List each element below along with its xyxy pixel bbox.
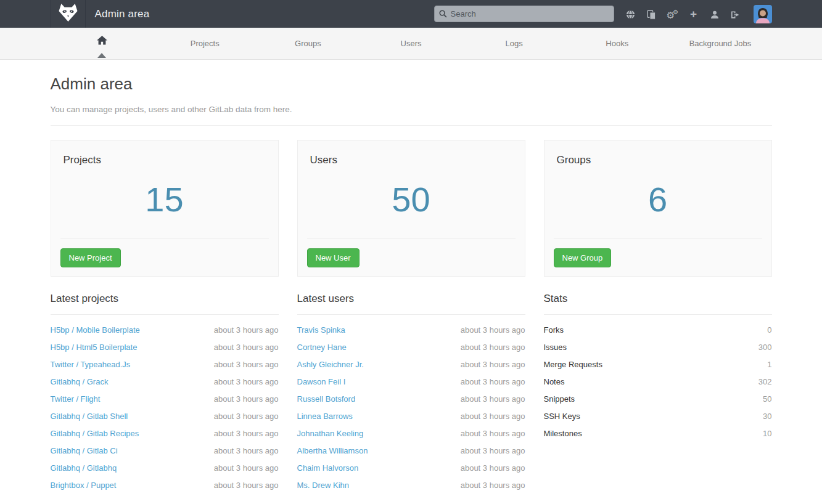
user-link[interactable]: Dawson Feil I: [297, 377, 346, 386]
stat-label: Snippets: [544, 394, 575, 404]
new-user-button[interactable]: New User: [307, 248, 360, 267]
project-row: Twitter / Typeahead.Jsabout 3 hours ago: [51, 356, 279, 373]
tab-background-jobs[interactable]: Background Jobs: [668, 28, 771, 59]
project-link[interactable]: H5bp / Mobile Boilerplate: [51, 325, 140, 335]
project-time: about 3 hours ago: [214, 463, 279, 473]
section-divider: [51, 314, 279, 315]
user-time: about 3 hours ago: [461, 377, 525, 386]
stat-row: Snippets50: [544, 391, 772, 408]
stat-row: SSH Keys30: [544, 408, 772, 425]
project-link[interactable]: Gitlabhq / Gitlab Shell: [51, 412, 128, 421]
project-link[interactable]: Gitlabhq / Gitlabhq: [51, 463, 117, 473]
groups-card-title: Groups: [557, 154, 762, 166]
main-content: Admin area You can manage projects, user…: [51, 75, 772, 504]
latest-users-title: Latest users: [297, 293, 525, 305]
project-time: about 3 hours ago: [214, 360, 279, 369]
project-row: H5bp / Mobile Boilerplateabout 3 hours a…: [51, 322, 279, 339]
stat-label: Milestones: [544, 429, 582, 438]
tab-projects[interactable]: Projects: [154, 28, 257, 59]
stat-row: Notes302: [544, 373, 772, 391]
user-row: Chaim Halvorsonabout 3 hours ago: [297, 460, 525, 477]
user-link[interactable]: Travis Spinka: [297, 325, 345, 335]
stat-label: SSH Keys: [544, 412, 580, 421]
page-subtitle: You can manage projects, users and other…: [51, 105, 772, 114]
stats-section: Stats Forks0 Issues300 Merge Requests1 N…: [544, 293, 772, 494]
tab-hooks[interactable]: Hooks: [565, 28, 668, 59]
stat-label: Forks: [544, 325, 564, 335]
tab-overview-home[interactable]: [51, 28, 154, 59]
project-row: Gitlabhq / Gitlab Ciabout 3 hours ago: [51, 442, 279, 460]
project-time: about 3 hours ago: [214, 429, 279, 438]
latest-projects-title: Latest projects: [51, 293, 279, 305]
project-row: Gitlabhq / Gitlab Shellabout 3 hours ago: [51, 408, 279, 425]
users-count: 50: [307, 166, 516, 238]
tab-users[interactable]: Users: [360, 28, 462, 59]
tab-label: Groups: [295, 39, 321, 48]
new-project-button[interactable]: New Project: [60, 248, 121, 267]
tab-label: Background Jobs: [689, 39, 751, 48]
stat-value: 302: [758, 377, 772, 386]
user-link[interactable]: Linnea Barrows: [297, 412, 353, 421]
page-title: Admin area: [51, 75, 772, 94]
card-divider: [554, 238, 762, 238]
gitlab-logo[interactable]: [51, 0, 86, 28]
user-link[interactable]: Johnathan Keeling: [297, 429, 364, 438]
bottom-sections: Latest projects H5bp / Mobile Boilerplat…: [51, 293, 772, 504]
project-row: Gitlabhq / Grackabout 3 hours ago: [51, 373, 279, 391]
project-row: Brightbox / Puppetabout 3 hours ago: [51, 477, 279, 494]
header-divider: [51, 125, 772, 126]
user-link[interactable]: Ms. Drew Kihn: [297, 481, 350, 490]
tab-label: Hooks: [606, 39, 628, 48]
tab-groups[interactable]: Groups: [257, 28, 360, 59]
admin-gears-icon[interactable]: ⚙⚙: [662, 0, 683, 30]
user-link[interactable]: Cortney Hane: [297, 343, 347, 352]
users-card-title: Users: [310, 154, 516, 166]
tab-label: Logs: [506, 39, 523, 48]
project-link[interactable]: Twitter / Flight: [51, 394, 101, 404]
search-box: [434, 6, 614, 22]
stat-value: 30: [763, 412, 771, 421]
user-avatar[interactable]: [754, 5, 772, 23]
tab-logs[interactable]: Logs: [462, 28, 565, 59]
user-time: about 3 hours ago: [461, 481, 525, 490]
user-link[interactable]: Russell Botsford: [297, 394, 356, 404]
tab-label: Users: [401, 39, 422, 48]
user-time: about 3 hours ago: [461, 429, 525, 438]
user-time: about 3 hours ago: [461, 412, 525, 421]
user-link[interactable]: Albertha Williamson: [297, 446, 368, 455]
search-icon: [439, 10, 447, 18]
globe-icon[interactable]: [620, 0, 641, 28]
search-input[interactable]: [434, 6, 614, 22]
users-card: Users 50 New User: [297, 140, 525, 277]
admin-subnav: Projects Groups Users Logs Hooks Backgro…: [0, 28, 822, 60]
project-row: Twitter / Flightabout 3 hours ago: [51, 391, 279, 408]
sign-out-icon[interactable]: [725, 0, 746, 28]
plus-icon[interactable]: +: [683, 0, 704, 28]
project-link[interactable]: H5bp / Html5 Boilerplate: [51, 343, 138, 352]
user-row: Johnathan Keelingabout 3 hours ago: [297, 425, 525, 442]
project-link[interactable]: Brightbox / Puppet: [51, 481, 117, 490]
home-icon: [97, 36, 107, 45]
user-link[interactable]: Chaim Halvorson: [297, 463, 359, 473]
project-link[interactable]: Gitlabhq / Grack: [51, 377, 109, 386]
user-time: about 3 hours ago: [461, 446, 525, 455]
card-divider: [307, 238, 516, 238]
project-link[interactable]: Gitlabhq / Gitlab Ci: [51, 446, 118, 455]
user-profile-icon[interactable]: [704, 0, 725, 28]
groups-card: Groups 6 New Group: [544, 140, 772, 277]
stat-value: 1: [767, 360, 771, 369]
user-row: Cortney Haneabout 3 hours ago: [297, 339, 525, 356]
project-link[interactable]: Gitlabhq / Gitlab Recipes: [51, 429, 139, 438]
new-group-button[interactable]: New Group: [554, 248, 612, 267]
user-row: Dawson Feil Iabout 3 hours ago: [297, 373, 525, 391]
user-time: about 3 hours ago: [461, 463, 525, 473]
stat-value: 10: [763, 429, 771, 438]
copy-files-icon[interactable]: [641, 0, 662, 28]
projects-count: 15: [60, 166, 269, 238]
project-row: H5bp / Html5 Boilerplateabout 3 hours ag…: [51, 339, 279, 356]
user-row: Russell Botsfordabout 3 hours ago: [297, 391, 525, 408]
top-navbar: Admin area ⚙⚙: [0, 0, 822, 28]
user-link[interactable]: Ashly Gleichner Jr.: [297, 360, 364, 369]
stat-label: Notes: [544, 377, 565, 386]
project-link[interactable]: Twitter / Typeahead.Js: [51, 360, 131, 369]
